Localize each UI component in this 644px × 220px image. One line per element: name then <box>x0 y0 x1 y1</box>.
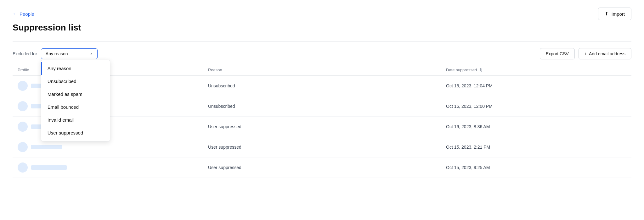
dropdown-wrapper: Any reason ∧ Any reason Unsubscribed Mar… <box>41 48 98 59</box>
reason-cell: User suppressed <box>203 157 441 178</box>
col-header-reason: Reason <box>203 64 441 76</box>
col-header-date-suppressed[interactable]: Date suppressed ⇅ <box>441 64 631 76</box>
back-link[interactable]: ← People <box>13 11 34 17</box>
date-cell: Oct 16, 2023, 12:04 PM <box>441 76 631 96</box>
filter-row: Excluded for Any reason ∧ Any reason Uns… <box>13 48 631 59</box>
reason-cell: User suppressed <box>203 117 441 137</box>
filter-right: Export CSV + Add email address <box>540 48 631 59</box>
import-button[interactable]: ⬆ Import <box>598 8 631 20</box>
date-cell: Oct 15, 2023, 9:25 AM <box>441 157 631 178</box>
reason-dropdown-menu: Any reason Unsubscribed Marked as spam E… <box>41 60 110 141</box>
date-cell: Oct 15, 2023, 2:21 PM <box>441 137 631 157</box>
excluded-for-label: Excluded for <box>13 51 37 56</box>
profile-cell <box>13 157 203 178</box>
reason-dropdown-trigger[interactable]: Any reason ∧ <box>41 48 98 59</box>
dropdown-item-any-reason[interactable]: Any reason <box>41 62 110 75</box>
import-button-label: Import <box>611 11 625 17</box>
avatar <box>18 101 28 111</box>
back-link-label: People <box>20 11 34 17</box>
avatar <box>18 142 28 152</box>
dropdown-selected-value: Any reason <box>46 51 68 56</box>
import-icon: ⬆ <box>605 11 609 17</box>
header: ← People ⬆ Import <box>13 8 631 20</box>
export-csv-button[interactable]: Export CSV <box>540 48 575 59</box>
reason-cell: User suppressed <box>203 137 441 157</box>
add-email-label: Add email address <box>589 51 625 56</box>
dropdown-item-user-suppressed[interactable]: User suppressed <box>41 126 110 139</box>
dropdown-item-email-bounced[interactable]: Email bounced <box>41 101 110 113</box>
back-arrow-icon: ← <box>13 11 18 17</box>
add-email-icon: + <box>585 51 587 56</box>
avatar <box>18 162 28 173</box>
dropdown-item-unsubscribed[interactable]: Unsubscribed <box>41 75 110 88</box>
chevron-up-icon: ∧ <box>90 52 93 56</box>
add-email-button[interactable]: + Add email address <box>579 48 631 59</box>
dropdown-item-marked-as-spam[interactable]: Marked as spam <box>41 88 110 101</box>
dropdown-item-invalid-email[interactable]: Invalid email <box>41 113 110 126</box>
page-container: ← People ⬆ Import Suppression list Exclu… <box>0 0 644 220</box>
section-divider <box>13 41 631 42</box>
profile-blur <box>31 165 67 170</box>
table-row: User suppressed Oct 15, 2023, 9:25 AM <box>13 157 631 178</box>
reason-cell: Unsubscribed <box>203 76 441 96</box>
sort-icon: ⇅ <box>479 68 483 72</box>
date-cell: Oct 16, 2023, 12:00 PM <box>441 96 631 117</box>
avatar <box>18 81 28 91</box>
reason-cell: Unsubscribed <box>203 96 441 117</box>
profile-blur <box>31 145 62 149</box>
avatar <box>18 122 28 132</box>
date-cell: Oct 16, 2023, 8:36 AM <box>441 117 631 137</box>
filter-left: Excluded for Any reason ∧ Any reason Uns… <box>13 48 98 59</box>
page-title: Suppression list <box>13 23 631 33</box>
